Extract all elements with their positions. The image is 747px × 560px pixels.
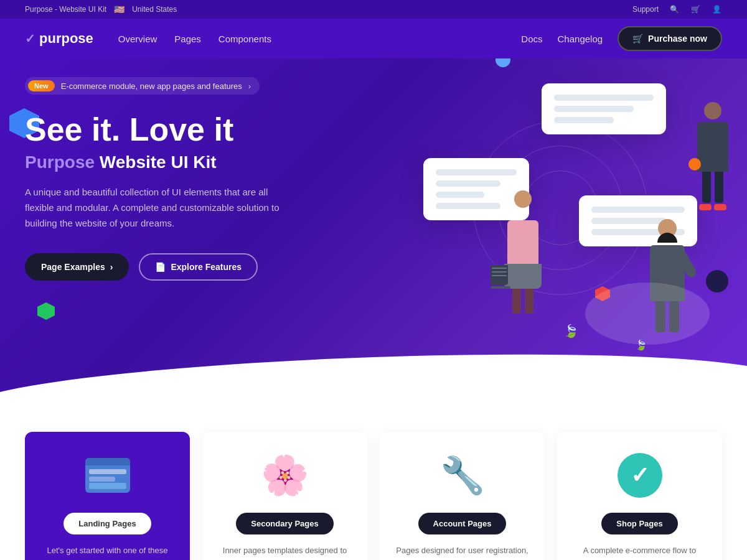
support-link[interactable]: Support <box>632 5 659 14</box>
shop-pages-icon: ✓ <box>615 450 665 500</box>
landing-pages-card: Landing Pages Let's get started with one… <box>25 432 190 560</box>
hero-title: See it. Love it <box>25 112 324 147</box>
navbar: ✓ purpose Overview Pages Components Docs… <box>0 19 747 58</box>
explore-features-button[interactable]: 📄 Explore Features <box>139 253 258 281</box>
announcement-arrow: › <box>248 82 251 91</box>
feature-cards-section: Landing Pages Let's get started with one… <box>0 394 747 560</box>
purchase-button[interactable]: 🛒 Purchase now <box>618 26 722 51</box>
new-badge: New <box>28 80 55 91</box>
wastebasket <box>491 265 510 289</box>
leaf-2: 🍃 <box>635 339 647 351</box>
region-label: United States <box>132 5 177 14</box>
page-examples-button[interactable]: Page Examples › <box>25 253 129 281</box>
hero-subtitle: Purpose Website UI Kit <box>25 152 324 172</box>
shop-pages-label: Shop Pages <box>616 519 662 528</box>
announcement-bar[interactable]: New E-commerce module, new app pages and… <box>25 77 260 95</box>
hero-content: See it. Love it Purpose Website UI Kit A… <box>25 112 324 281</box>
purchase-btn-label: Purchase now <box>648 34 707 44</box>
page-examples-label: Page Examples <box>41 262 105 272</box>
circle-blue-shape <box>496 58 510 67</box>
secondary-pages-text: Inner pages templates designed to cover … <box>217 544 352 560</box>
hero-buttons: Page Examples › 📄 Explore Features <box>25 253 324 281</box>
navbar-right: Docs Changelog 🛒 Purchase now <box>521 26 722 51</box>
ui-card-1 <box>542 83 666 134</box>
cards-grid: Landing Pages Let's get started with one… <box>25 432 722 560</box>
secondary-pages-card: 🌸 Secondary Pages Inner pages templates … <box>202 432 367 560</box>
top-bar: Purpose - Website UI Kit 🇺🇸 United State… <box>0 0 747 19</box>
cart-btn-icon: 🛒 <box>632 34 643 44</box>
nav-changelog[interactable]: Changelog <box>558 34 603 44</box>
nav-pages[interactable]: Pages <box>174 34 201 44</box>
account-pages-text: Pages designed for user registration, ac… <box>395 544 530 560</box>
orange-ball <box>688 158 701 170</box>
secondary-pages-button[interactable]: Secondary Pages <box>236 513 333 534</box>
logo[interactable]: ✓ purpose <box>25 30 93 47</box>
hero-illustration: 🍃 🍃 <box>349 71 747 382</box>
account-pages-card: 🔧 Account Pages Pages designed for user … <box>380 432 545 560</box>
nav-overview[interactable]: Overview <box>118 34 157 44</box>
landing-pages-text: Let's get started with one of these land… <box>40 544 175 560</box>
user-icon[interactable]: 👤 <box>711 4 722 15</box>
search-icon[interactable]: 🔍 <box>669 4 680 15</box>
secondary-pages-label: Secondary Pages <box>251 519 318 528</box>
hero-description: A unique and beautiful collection of UI … <box>25 185 286 231</box>
account-pages-label: Account Pages <box>433 519 492 528</box>
hero-subtitle-suffix: Website UI Kit <box>95 152 217 172</box>
account-pages-icon: 🔧 <box>438 450 487 500</box>
hex-green-shape <box>37 302 55 320</box>
navbar-left: ✓ purpose Overview Pages Components <box>25 30 271 47</box>
logo-icon: ✓ <box>25 31 35 46</box>
shop-pages-text: A complete e-commerce flow to integrate … <box>572 544 707 560</box>
landing-pages-label: Landing Pages <box>78 519 136 528</box>
shop-pages-button[interactable]: Shop Pages <box>601 513 677 534</box>
account-pages-button[interactable]: Account Pages <box>418 513 507 534</box>
flag-icon: 🇺🇸 <box>114 4 125 14</box>
hero-section: New E-commerce module, new app pages and… <box>0 58 747 394</box>
explore-features-label: Explore Features <box>171 262 242 272</box>
secondary-pages-icon: 🌸 <box>260 450 310 500</box>
nav-components[interactable]: Components <box>218 34 271 44</box>
nav-docs[interactable]: Docs <box>521 34 542 44</box>
nav-links: Overview Pages Components <box>118 34 271 44</box>
person-1 <box>504 190 542 314</box>
top-bar-right: Support 🔍 🛒 👤 <box>632 4 722 15</box>
shop-pages-card: ✓ Shop Pages A complete e-commerce flow … <box>557 432 722 560</box>
person-3 <box>697 102 728 210</box>
white-blob <box>585 282 710 345</box>
arrow-icon: › <box>110 262 113 272</box>
hero-subtitle-prefix: Purpose <box>25 152 95 172</box>
cart-icon[interactable]: 🛒 <box>690 4 701 15</box>
top-bar-left: Purpose - Website UI Kit 🇺🇸 United State… <box>25 4 177 14</box>
doc-icon: 📄 <box>155 262 166 272</box>
leaf-1: 🍃 <box>563 324 579 338</box>
announcement-text: E-commerce module, new app pages and fea… <box>61 82 242 91</box>
landing-pages-button[interactable]: Landing Pages <box>63 513 151 534</box>
logo-text: purpose <box>39 30 93 47</box>
landing-pages-icon <box>83 450 133 500</box>
brand-name: Purpose - Website UI Kit <box>25 5 106 14</box>
